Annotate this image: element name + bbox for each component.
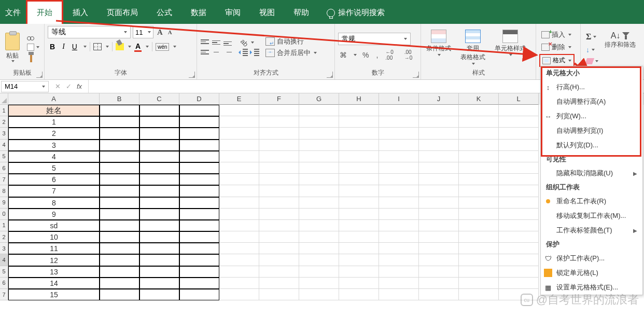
- cell[interactable]: [100, 209, 139, 220]
- paste-button[interactable]: 粘贴: [3, 32, 22, 63]
- cell[interactable]: [379, 254, 419, 266]
- cell[interactable]: [139, 174, 179, 185]
- cell[interactable]: [179, 254, 219, 266]
- cell[interactable]: [419, 266, 459, 278]
- cell[interactable]: [179, 197, 219, 209]
- row-header[interactable]: 3: [0, 243, 8, 254]
- cell[interactable]: [259, 209, 299, 220]
- cell[interactable]: [259, 278, 299, 289]
- cell[interactable]: [339, 105, 379, 116]
- select-all-button[interactable]: [0, 93, 8, 105]
- cell[interactable]: [219, 209, 259, 220]
- percent-button[interactable]: %: [361, 50, 370, 60]
- cell[interactable]: 8: [8, 197, 100, 209]
- cell[interactable]: [419, 151, 459, 162]
- cell[interactable]: [100, 231, 139, 243]
- cell[interactable]: 13: [8, 266, 100, 278]
- fill-color-button[interactable]: [116, 43, 124, 50]
- cell[interactable]: [299, 162, 339, 174]
- clear-button[interactable]: [584, 57, 600, 65]
- cell[interactable]: [339, 140, 379, 151]
- dialog-launcher[interactable]: [189, 72, 195, 78]
- cell[interactable]: [459, 266, 499, 278]
- cell[interactable]: [419, 220, 459, 231]
- cell[interactable]: [379, 220, 419, 231]
- cell[interactable]: [419, 105, 459, 116]
- cell[interactable]: [339, 231, 379, 243]
- row-header[interactable]: 1: [0, 105, 8, 116]
- italic-button[interactable]: I: [60, 42, 67, 52]
- cell[interactable]: [379, 105, 419, 116]
- cell[interactable]: [299, 128, 339, 139]
- cell[interactable]: [219, 220, 259, 231]
- cell[interactable]: [379, 140, 419, 151]
- cell[interactable]: [139, 128, 179, 139]
- column-header[interactable]: I: [379, 93, 419, 105]
- cell[interactable]: [219, 254, 259, 266]
- menu-default-width[interactable]: 默认列宽(D)...: [541, 138, 642, 153]
- cell[interactable]: [259, 105, 299, 116]
- cell[interactable]: [419, 116, 459, 128]
- cell[interactable]: [419, 162, 459, 174]
- cell[interactable]: [100, 162, 139, 174]
- cell[interactable]: [100, 254, 139, 266]
- cell[interactable]: [379, 116, 419, 128]
- cell[interactable]: [100, 140, 139, 151]
- cell[interactable]: [299, 254, 339, 266]
- row-header[interactable]: 5: [0, 266, 8, 278]
- cell[interactable]: 6: [8, 174, 100, 185]
- cell[interactable]: [179, 185, 219, 197]
- cell[interactable]: [499, 220, 539, 231]
- cell[interactable]: sd: [8, 220, 100, 231]
- row-header[interactable]: 8: [0, 185, 8, 197]
- cell[interactable]: 11: [8, 243, 100, 254]
- column-header[interactable]: G: [299, 93, 339, 105]
- cell[interactable]: [459, 231, 499, 243]
- cell[interactable]: [499, 266, 539, 278]
- cell[interactable]: [219, 105, 259, 116]
- cell[interactable]: [100, 185, 139, 197]
- cell[interactable]: [139, 254, 179, 266]
- cell[interactable]: [379, 162, 419, 174]
- cell[interactable]: [379, 278, 419, 289]
- cell[interactable]: [339, 289, 379, 300]
- phonetic-guide-button[interactable]: wén: [156, 43, 169, 51]
- menu-hide-unhide[interactable]: 隐藏和取消隐藏(U)▶: [541, 166, 642, 181]
- cell[interactable]: [219, 266, 259, 278]
- row-header[interactable]: 7: [0, 289, 8, 300]
- cell[interactable]: 7: [8, 185, 100, 197]
- tab-data[interactable]: 数据: [181, 2, 216, 24]
- insert-cells-button[interactable]: 插入: [539, 29, 575, 40]
- cell[interactable]: [419, 209, 459, 220]
- cell[interactable]: [100, 243, 139, 254]
- cell[interactable]: [339, 174, 379, 185]
- cell[interactable]: [499, 140, 539, 151]
- align-right-button[interactable]: [223, 49, 232, 56]
- underline-button[interactable]: U: [70, 42, 79, 52]
- cell[interactable]: [419, 278, 459, 289]
- font-color-button[interactable]: A: [134, 42, 142, 52]
- menu-autofit-row-height[interactable]: 自动调整行高(A): [541, 94, 642, 109]
- menu-move-copy-sheet[interactable]: 移动或复制工作表(M)...: [541, 209, 642, 223]
- column-header[interactable]: J: [419, 93, 459, 105]
- cell[interactable]: 姓名: [8, 105, 100, 116]
- borders-button[interactable]: [93, 43, 102, 50]
- cell[interactable]: [259, 140, 299, 151]
- cell[interactable]: [139, 162, 179, 174]
- cell[interactable]: [379, 209, 419, 220]
- cell[interactable]: [299, 174, 339, 185]
- cell[interactable]: [299, 105, 339, 116]
- format-as-table-button[interactable]: 套用 表格格式: [458, 29, 487, 66]
- cell[interactable]: [100, 278, 139, 289]
- row-header[interactable]: 9: [0, 197, 8, 209]
- row-header[interactable]: 6: [0, 278, 8, 289]
- cell[interactable]: [219, 140, 259, 151]
- merge-center-button[interactable]: 合并后居中: [265, 48, 317, 58]
- cell[interactable]: [339, 116, 379, 128]
- cell[interactable]: [499, 197, 539, 209]
- cell[interactable]: [179, 128, 219, 139]
- dialog-launcher[interactable]: [327, 72, 333, 78]
- cell[interactable]: [459, 140, 499, 151]
- cell[interactable]: [179, 151, 219, 162]
- cell[interactable]: [259, 231, 299, 243]
